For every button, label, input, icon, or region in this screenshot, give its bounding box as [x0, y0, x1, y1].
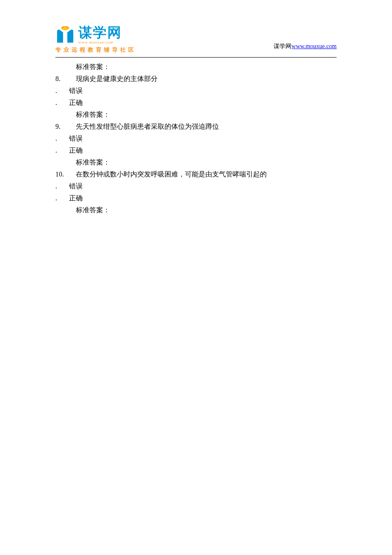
option-dot: . — [55, 180, 69, 192]
option-dot: . — [55, 85, 69, 97]
option-wrong-text: 错误 — [69, 85, 83, 97]
option-wrong: . 错误 — [55, 180, 337, 192]
answer-label: 标准答案： — [55, 204, 337, 216]
option-dot: . — [55, 97, 69, 109]
option-wrong-text: 错误 — [69, 180, 83, 192]
option-wrong: . 错误 — [55, 133, 337, 145]
document-content: 标准答案： 8. 现病史是健康史的主体部分 . 错误 . 正确 标准答案： 9.… — [0, 58, 392, 216]
option-wrong: . 错误 — [55, 85, 337, 97]
option-correct-text: 正确 — [69, 97, 83, 109]
question-8: 8. 现病史是健康史的主体部分 — [55, 73, 337, 85]
option-correct-text: 正确 — [69, 145, 83, 156]
header-site-label: 谋学网 — [274, 43, 291, 49]
logo-main: 谋学网 www.mouxue.com — [55, 26, 136, 44]
option-dot: . — [55, 145, 69, 156]
option-correct: . 正确 — [55, 192, 337, 204]
question-number: 8. — [55, 73, 76, 85]
option-dot: . — [55, 192, 69, 204]
question-9: 9. 先天性发绀型心脏病患者采取的体位为强迫蹲位 — [55, 121, 337, 133]
option-dot: . — [55, 133, 69, 145]
question-number: 10. — [55, 168, 76, 180]
logo-container: 谋学网 www.mouxue.com 专业远程教育辅导社区 — [55, 26, 136, 54]
question-10: 10. 在数分钟或数小时内突发呼吸困难，可能是由支气管哮喘引起的 — [55, 168, 337, 180]
option-correct: . 正确 — [55, 145, 337, 156]
logo-tagline: 专业远程教育辅导社区 — [55, 46, 136, 54]
logo-icon — [55, 26, 75, 43]
answer-label: 标准答案： — [55, 109, 337, 121]
logo-brand-name: 谋学网 — [78, 26, 122, 39]
question-text: 在数分钟或数小时内突发呼吸困难，可能是由支气管哮喘引起的 — [76, 168, 267, 180]
question-text: 先天性发绀型心脏病患者采取的体位为强迫蹲位 — [76, 121, 219, 133]
option-correct-text: 正确 — [69, 192, 83, 204]
option-correct: . 正确 — [55, 97, 337, 109]
question-number: 9. — [55, 121, 76, 133]
header-right: 谋学网www.mouxue.com — [274, 43, 337, 54]
logo-url-text: www.mouxue.com — [78, 40, 122, 44]
logo-text-block: 谋学网 www.mouxue.com — [78, 26, 122, 44]
question-text: 现病史是健康史的主体部分 — [76, 73, 158, 85]
answer-label: 标准答案： — [55, 61, 337, 73]
option-wrong-text: 错误 — [69, 133, 83, 145]
header-site-link[interactable]: www.mouxue.com — [291, 43, 337, 49]
page-header: 谋学网 www.mouxue.com 专业远程教育辅导社区 谋学网www.mou… — [0, 0, 392, 54]
answer-label: 标准答案： — [55, 156, 337, 168]
